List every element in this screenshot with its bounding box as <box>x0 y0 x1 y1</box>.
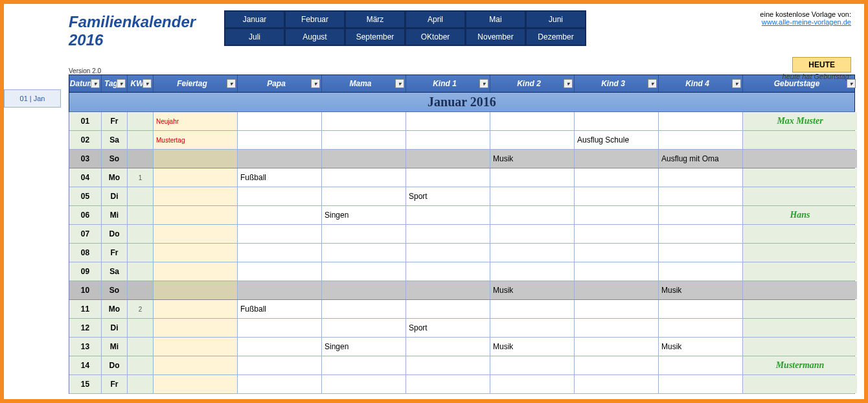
cell-kw[interactable] <box>128 319 154 337</box>
cell-kind1[interactable] <box>406 262 490 281</box>
today-button[interactable]: HEUTE <box>792 57 851 73</box>
cell-kind4[interactable] <box>659 262 743 281</box>
cell-kind4[interactable]: Ausflug mit Oma <box>659 150 743 168</box>
cell-mama[interactable] <box>322 300 406 318</box>
filter-dropdown-icon[interactable]: ▾ <box>395 79 404 88</box>
cell-kind4[interactable] <box>659 300 743 318</box>
cell-tag[interactable]: Do <box>102 225 128 243</box>
cell-mama[interactable] <box>322 262 406 281</box>
cell-kind2[interactable] <box>490 168 575 187</box>
cell-kind2[interactable] <box>490 356 575 374</box>
cell-geburtstag[interactable] <box>743 281 857 299</box>
cell-geburtstag[interactable] <box>743 319 857 337</box>
cell-mama[interactable] <box>322 356 406 374</box>
cell-datum[interactable]: 08 <box>69 244 102 262</box>
cell-datum[interactable]: 07 <box>69 225 102 243</box>
cell-kind4[interactable] <box>659 187 743 205</box>
cell-tag[interactable]: Sa <box>102 262 128 281</box>
cell-tag[interactable]: Fr <box>102 112 128 130</box>
cell-kind2[interactable] <box>490 131 575 149</box>
cell-kind2[interactable] <box>490 225 575 243</box>
cell-kind2[interactable] <box>490 206 575 224</box>
month-button-7[interactable]: Juli <box>225 29 284 45</box>
month-button-1[interactable]: Januar <box>225 11 284 28</box>
cell-geburtstag[interactable]: Mustermann <box>743 356 857 374</box>
cell-tag[interactable]: So <box>102 281 128 299</box>
cell-kind3[interactable] <box>575 206 659 224</box>
cell-mama[interactable] <box>322 281 406 299</box>
cell-kw[interactable] <box>128 206 154 224</box>
cell-papa[interactable] <box>238 356 322 374</box>
cell-kind3[interactable] <box>575 112 659 130</box>
cell-papa[interactable] <box>238 244 322 262</box>
cell-tag[interactable]: Mo <box>102 168 128 187</box>
cell-feiertag[interactable] <box>154 319 238 337</box>
cell-papa[interactable] <box>238 131 322 149</box>
cell-kind1[interactable] <box>406 300 490 318</box>
cell-tag[interactable]: Di <box>102 319 128 337</box>
cell-feiertag[interactable] <box>154 356 238 374</box>
cell-papa[interactable] <box>238 375 322 393</box>
cell-kind1[interactable]: Sport <box>406 319 490 337</box>
cell-feiertag[interactable]: Neujahr <box>154 112 238 130</box>
cell-kw[interactable] <box>128 187 154 205</box>
cell-geburtstag[interactable] <box>743 131 857 149</box>
cell-kind4[interactable] <box>659 131 743 149</box>
cell-mama[interactable] <box>322 131 406 149</box>
cell-kind3[interactable] <box>575 338 659 356</box>
cell-mama[interactable] <box>322 244 406 262</box>
filter-dropdown-icon[interactable]: ▾ <box>479 79 488 88</box>
cell-kind1[interactable]: Sport <box>406 187 490 205</box>
cell-datum[interactable]: 11 <box>69 300 102 318</box>
cell-mama[interactable] <box>322 150 406 168</box>
cell-papa[interactable] <box>238 281 322 299</box>
cell-kind1[interactable] <box>406 112 490 130</box>
cell-kind4[interactable]: Musik <box>659 338 743 356</box>
cell-kind2[interactable] <box>490 187 575 205</box>
cell-kind4[interactable] <box>659 319 743 337</box>
filter-dropdown-icon[interactable]: ▾ <box>227 79 236 88</box>
cell-kw[interactable]: 2 <box>128 300 154 318</box>
cell-kind2[interactable] <box>490 319 575 337</box>
cell-geburtstag[interactable] <box>743 150 857 168</box>
month-button-5[interactable]: Mai <box>466 11 525 28</box>
cell-kw[interactable] <box>128 225 154 243</box>
month-button-9[interactable]: September <box>345 29 405 45</box>
credit-link[interactable]: www.alle-meine-vorlagen.de <box>762 18 851 26</box>
cell-tag[interactable]: So <box>102 150 128 168</box>
cell-kind1[interactable] <box>406 150 490 168</box>
cell-kw[interactable] <box>128 338 154 356</box>
cell-papa[interactable] <box>238 187 322 205</box>
cell-kind2[interactable]: Musik <box>490 281 575 299</box>
filter-dropdown-icon[interactable]: ▾ <box>143 79 152 88</box>
cell-kw[interactable] <box>128 281 154 299</box>
cell-geburtstag[interactable]: Max Muster <box>743 112 857 130</box>
month-button-8[interactable]: August <box>285 29 345 45</box>
cell-kind4[interactable] <box>659 112 743 130</box>
cell-kind1[interactable] <box>406 281 490 299</box>
cell-kind2[interactable] <box>490 112 575 130</box>
cell-kind2[interactable] <box>490 375 575 393</box>
cell-kw[interactable] <box>128 375 154 393</box>
side-month-tag[interactable]: 01 | Jan <box>4 89 61 108</box>
cell-kind4[interactable] <box>659 206 743 224</box>
cell-mama[interactable] <box>322 112 406 130</box>
cell-geburtstag[interactable] <box>743 262 857 281</box>
cell-kind4[interactable] <box>659 168 743 187</box>
month-button-3[interactable]: März <box>345 11 405 28</box>
cell-kind4[interactable] <box>659 356 743 374</box>
cell-kind3[interactable] <box>575 225 659 243</box>
cell-geburtstag[interactable] <box>743 375 857 393</box>
cell-datum[interactable]: 10 <box>69 281 102 299</box>
cell-kind3[interactable] <box>575 262 659 281</box>
month-button-2[interactable]: Februar <box>285 11 345 28</box>
cell-papa[interactable] <box>238 319 322 337</box>
cell-papa[interactable] <box>238 262 322 281</box>
cell-kw[interactable] <box>128 150 154 168</box>
cell-geburtstag[interactable]: Hans <box>743 206 857 224</box>
filter-dropdown-icon[interactable]: ▾ <box>564 79 573 88</box>
cell-feiertag[interactable] <box>154 187 238 205</box>
filter-dropdown-icon[interactable]: ▾ <box>91 79 100 88</box>
cell-feiertag[interactable] <box>154 338 238 356</box>
cell-kind1[interactable] <box>406 225 490 243</box>
